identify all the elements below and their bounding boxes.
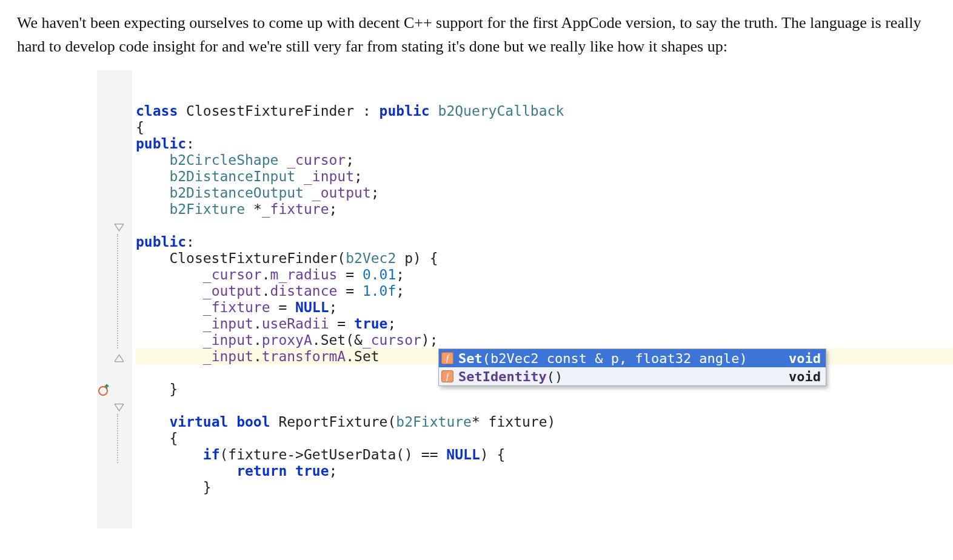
code-line[interactable]: b2DistanceInput _input; <box>136 168 953 185</box>
completion-signature: Set(b2Vec2 const & p, float32 angle) <box>458 350 781 367</box>
code-line[interactable] <box>136 398 953 414</box>
fold-open-icon[interactable] <box>113 401 125 413</box>
code-line[interactable]: _fixture = NULL; <box>136 299 953 316</box>
code-line[interactable]: _cursor.m_radius = 0.01; <box>136 267 953 283</box>
function-icon: f <box>441 352 453 364</box>
completion-return-type: void <box>789 350 821 367</box>
code-line[interactable]: _output.distance = 1.0f; <box>136 283 953 299</box>
code-body[interactable]: class ClosestFixtureFinder : public b2Qu… <box>132 70 953 528</box>
gutter <box>97 70 132 528</box>
code-line[interactable]: public: <box>136 234 953 250</box>
fold-close-icon[interactable] <box>113 352 125 364</box>
completion-popup[interactable]: fSet(b2Vec2 const & p, float32 angle)voi… <box>438 348 826 386</box>
code-line[interactable]: virtual bool ReportFixture(b2Fixture* fi… <box>136 414 953 430</box>
code-line[interactable]: return true; <box>136 463 953 479</box>
completion-item[interactable]: fSetIdentity()void <box>439 367 826 385</box>
code-line[interactable]: b2CircleShape _cursor; <box>136 152 953 168</box>
code-line[interactable]: _input.proxyA.Set(&_cursor); <box>136 332 953 348</box>
code-line[interactable]: { <box>136 119 953 136</box>
code-line[interactable]: ClosestFixtureFinder(b2Vec2 p) { <box>136 250 953 267</box>
code-line[interactable]: if(fixture->GetUserData() == NULL) { <box>136 447 953 463</box>
completion-item[interactable]: fSet(b2Vec2 const & p, float32 angle)voi… <box>439 349 826 367</box>
article-paragraph: We haven't been expecting ourselves to c… <box>0 0 953 63</box>
code-line[interactable]: class ClosestFixtureFinder : public b2Qu… <box>136 103 953 119</box>
code-line[interactable] <box>136 218 953 234</box>
code-line[interactable]: _input.useRadii = true; <box>136 316 953 332</box>
code-line[interactable]: b2DistanceOutput _output; <box>136 185 953 201</box>
svg-point-3 <box>99 387 107 395</box>
completion-return-type: void <box>789 368 821 385</box>
code-line[interactable]: public: <box>136 136 953 152</box>
svg-marker-2 <box>115 404 124 410</box>
code-line[interactable]: } <box>136 479 953 496</box>
code-editor[interactable]: class ClosestFixtureFinder : public b2Qu… <box>97 70 953 528</box>
code-line[interactable]: { <box>136 430 953 447</box>
function-icon: f <box>441 370 453 382</box>
fold-open-icon[interactable] <box>113 221 125 233</box>
code-line[interactable]: b2Fixture *_fixture; <box>136 201 953 218</box>
completion-signature: SetIdentity() <box>458 368 781 385</box>
svg-marker-1 <box>115 355 124 361</box>
override-method-icon[interactable] <box>98 383 112 396</box>
svg-marker-0 <box>115 224 124 230</box>
